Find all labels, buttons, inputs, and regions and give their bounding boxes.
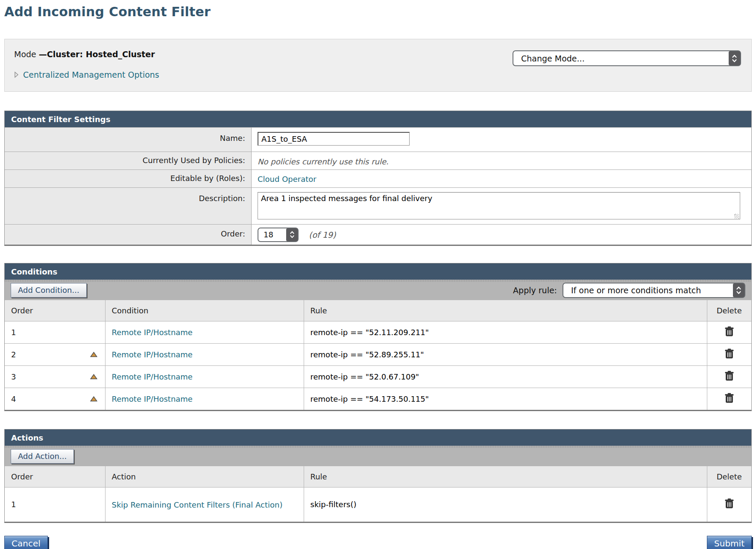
change-mode-select-value: Change Mode...	[521, 54, 585, 63]
change-mode-select[interactable]: Change Mode...	[513, 50, 741, 66]
disclosure-triangle-icon[interactable]	[14, 71, 19, 78]
condition-link[interactable]: Remote IP/Hostname	[112, 371, 193, 382]
page-title: Add Incoming Content Filter	[4, 4, 756, 19]
trash-icon	[724, 371, 734, 381]
actions-header: Actions	[5, 429, 751, 446]
actions-col-rule: Rule	[304, 466, 707, 488]
roles-label: Editable by (Roles):	[5, 170, 252, 187]
content-filter-settings-header: Content Filter Settings	[5, 111, 751, 127]
name-input[interactable]	[258, 132, 410, 146]
action-rule: skip-filters()	[311, 500, 357, 509]
cancel-button[interactable]: Cancel	[4, 536, 48, 549]
actions-section: Actions Add Action... Order Action Rule …	[4, 429, 752, 523]
mode-label: Mode	[14, 50, 39, 59]
trash-icon	[724, 326, 734, 337]
delete-condition-button[interactable]	[724, 371, 734, 381]
condition-row: 4 Remote IP/Hostname remote-ip == "54.17…	[5, 388, 751, 410]
move-up-icon[interactable]	[90, 396, 97, 402]
order-label: Order:	[5, 225, 252, 245]
select-stepper-icon	[286, 228, 298, 241]
select-stepper-icon	[729, 51, 740, 65]
condition-order: 2	[11, 350, 16, 359]
policies-note: No policies currently use this rule.	[258, 156, 389, 166]
actions-col-action: Action	[105, 466, 304, 488]
order-total: (of 19)	[309, 230, 336, 239]
delete-condition-button[interactable]	[724, 326, 734, 337]
conditions-col-rule: Rule	[304, 300, 707, 321]
actions-table: Order Action Rule Delete 1 Skip Remainin…	[5, 466, 751, 522]
move-up-icon[interactable]	[90, 352, 97, 357]
actions-toolbar: Add Action...	[5, 446, 751, 466]
submit-button[interactable]: Submit	[707, 536, 752, 549]
apply-rule-select-value: If one or more conditions match	[571, 286, 701, 295]
trash-icon	[724, 348, 734, 359]
cloud-operator-link[interactable]: Cloud Operator	[258, 174, 316, 184]
description-textarea[interactable]: Area 1 inspected messages for final deli…	[258, 192, 740, 219]
condition-order: 1	[11, 328, 16, 337]
condition-rule: remote-ip == "52.0.67.109"	[311, 372, 419, 381]
move-up-icon[interactable]	[90, 374, 97, 380]
trash-icon	[724, 498, 734, 509]
centralized-management-options-link[interactable]: Centralized Management Options	[23, 70, 159, 79]
conditions-section: Conditions Add Condition... Apply rule: …	[4, 263, 752, 411]
trash-icon	[724, 393, 734, 403]
action-order: 1	[11, 500, 16, 509]
delete-action-button[interactable]	[724, 498, 734, 509]
actions-col-order: Order	[5, 466, 105, 488]
actions-col-delete: Delete	[707, 466, 751, 488]
condition-order: 3	[11, 372, 16, 381]
condition-row: 2 Remote IP/Hostname remote-ip == "52.89…	[5, 344, 751, 366]
condition-rule: remote-ip == "54.173.50.115"	[311, 394, 429, 403]
order-select[interactable]: 18	[258, 228, 299, 242]
conditions-col-delete: Delete	[707, 300, 751, 321]
roles-row: Editable by (Roles): Cloud Operator	[5, 169, 751, 187]
description-row: Description: Area 1 inspected messages f…	[5, 187, 751, 224]
action-row: 1 Skip Remaining Content Filters (Final …	[5, 488, 751, 522]
conditions-col-condition: Condition	[105, 300, 304, 321]
add-condition-button[interactable]: Add Condition...	[11, 283, 87, 298]
condition-order: 4	[11, 394, 16, 403]
condition-row: 1 Remote IP/Hostname remote-ip == "52.11…	[5, 321, 751, 344]
resize-handle[interactable]	[734, 214, 739, 219]
footer-bar: Cancel Submit	[4, 536, 752, 549]
condition-link[interactable]: Remote IP/Hostname	[112, 349, 193, 360]
apply-rule-select[interactable]: If one or more conditions match	[563, 283, 745, 298]
content-filter-settings-section: Content Filter Settings Name: Currently …	[4, 111, 752, 246]
order-row: Order: 18 (of 19)	[5, 224, 751, 245]
apply-rule-label: Apply rule:	[513, 286, 557, 295]
delete-condition-button[interactable]	[724, 348, 734, 359]
name-row: Name:	[5, 127, 751, 152]
select-stepper-icon	[733, 283, 744, 297]
conditions-table: Order Condition Rule Delete 1 Remote IP/…	[5, 300, 751, 410]
conditions-header: Conditions	[5, 263, 751, 280]
delete-condition-button[interactable]	[724, 393, 734, 403]
name-label: Name:	[5, 128, 252, 152]
condition-link[interactable]: Remote IP/Hostname	[112, 393, 193, 404]
order-select-value: 18	[264, 230, 273, 239]
condition-rule: remote-ip == "52.11.209.211"	[311, 328, 429, 337]
description-label: Description:	[5, 188, 252, 224]
action-link[interactable]: Skip Remaining Content Filters (Final Ac…	[112, 499, 283, 510]
condition-link[interactable]: Remote IP/Hostname	[112, 327, 193, 338]
condition-row: 3 Remote IP/Hostname remote-ip == "52.0.…	[5, 366, 751, 388]
policies-row: Currently Used by Policies: No policies …	[5, 152, 751, 169]
mode-value: —Cluster: Hosted_Cluster	[39, 50, 155, 59]
conditions-toolbar: Add Condition... Apply rule: If one or m…	[5, 280, 751, 300]
condition-rule: remote-ip == "52.89.255.11"	[311, 350, 424, 359]
add-action-button[interactable]: Add Action...	[11, 449, 74, 464]
conditions-col-order: Order	[5, 300, 105, 321]
mode-panel: Mode —Cluster: Hosted_Cluster Change Mod…	[4, 39, 752, 92]
policies-label: Currently Used by Policies:	[5, 152, 252, 169]
